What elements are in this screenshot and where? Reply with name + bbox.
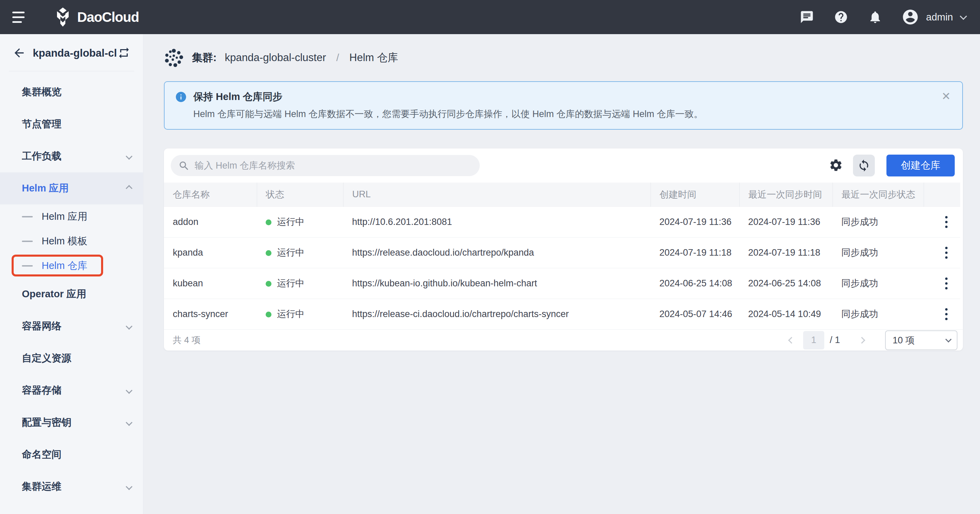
sidebar-item-operator-apps[interactable]: Operator 应用 (0, 278, 143, 310)
daocloud-logo-icon (54, 8, 72, 27)
sidebar-cluster-name: kpanda-global-cl... (33, 47, 117, 59)
user-menu[interactable]: admin (902, 8, 965, 26)
table-row: kpanda 运行中 https://release.daocloud.io/c… (164, 237, 960, 268)
sidebar-item-container-storage[interactable]: 容器存储 (0, 374, 143, 406)
sidebar-item-container-network[interactable]: 容器网络 (0, 310, 143, 342)
repo-last-sync-time: 2024-06-25 14:08 (739, 268, 832, 299)
messages-icon[interactable] (799, 9, 815, 25)
chevron-down-icon (126, 387, 132, 394)
status-dot-green (266, 312, 272, 317)
sidebar-item-namespaces[interactable]: 命名空间 (0, 439, 143, 471)
notifications-bell-icon[interactable] (867, 9, 883, 25)
topbar-actions: admin (799, 8, 965, 26)
row-actions-kebab-icon[interactable] (939, 304, 954, 324)
col-header-status: 状态 (257, 182, 343, 206)
sidebar-item-workloads[interactable]: 工作负载 (0, 140, 143, 172)
topbar: DaoCloud admin (0, 0, 980, 34)
banner-title: 保持 Helm 仓库同步 (193, 90, 282, 104)
table-row: kubean 运行中 https://kubean-io.github.io/k… (164, 268, 960, 299)
info-banner: 保持 Helm 仓库同步 Helm 仓库可能与远端 Helm 仓库数据不一致，您… (164, 81, 963, 130)
repo-last-sync-status: 同步成功 (832, 206, 924, 237)
repo-created: 2024-07-19 11:18 (651, 237, 739, 268)
table-toolbar: 创建仓库 (164, 149, 963, 182)
help-icon[interactable] (833, 9, 849, 25)
search-input[interactable] (171, 155, 480, 176)
sidebar-item-custom-resources[interactable]: 自定义资源 (0, 342, 143, 374)
row-actions-kebab-icon[interactable] (939, 212, 954, 232)
cluster-icon (164, 48, 184, 68)
col-header-name: 仓库名称 (164, 182, 257, 206)
menu-toggle-icon[interactable] (12, 10, 27, 24)
page-total: / 1 (830, 335, 840, 346)
sidebar-item-node-management[interactable]: 节点管理 (0, 108, 143, 140)
gear-icon[interactable] (826, 156, 845, 175)
repo-created: 2024-07-19 11:36 (651, 206, 739, 237)
switch-cluster-icon[interactable] (117, 46, 131, 61)
repo-status: 运行中 (257, 206, 343, 237)
avatar (902, 8, 919, 26)
breadcrumb: 集群: kpanda-global-cluster / Helm 仓库 (164, 34, 963, 81)
repo-url: https://kubean-io.github.io/kubean-helm-… (343, 268, 651, 299)
table-header-row: 仓库名称 状态 URL 创建时间 最近一次同步时间 最近一次同步状态 (164, 182, 960, 206)
repo-last-sync-status: 同步成功 (832, 237, 924, 268)
repo-created: 2024-05-07 14:46 (651, 299, 739, 329)
repo-name: kubean (164, 268, 257, 299)
chevron-down-icon (945, 336, 951, 342)
repo-status: 运行中 (257, 237, 343, 268)
prev-page-icon[interactable] (785, 333, 798, 347)
repo-table-card: 创建仓库 仓库名称 状态 URL 创建时间 最近一次同步时间 最近一次同步状态 (164, 149, 963, 351)
col-header-actions (924, 182, 960, 206)
table-row: addon 运行中 http://10.6.201.201:8081 2024-… (164, 206, 960, 237)
refresh-icon[interactable] (853, 155, 875, 176)
repo-status: 运行中 (257, 268, 343, 299)
next-page-icon[interactable] (855, 333, 869, 347)
row-actions-kebab-icon[interactable] (939, 242, 954, 263)
back-arrow-icon[interactable] (12, 46, 26, 61)
breadcrumb-current: Helm 仓库 (349, 51, 398, 65)
chevron-up-icon (126, 185, 132, 192)
user-name: admin (926, 12, 953, 23)
sidebar-subitem-helm-repos[interactable]: Helm 仓库 (0, 254, 143, 278)
status-dot-green (266, 281, 272, 287)
page-number-input[interactable]: 1 (803, 331, 824, 349)
status-dot-green (266, 250, 272, 256)
chevron-down-icon (960, 13, 967, 20)
page-size-select[interactable]: 10 项 (885, 330, 958, 350)
pagination: 1 / 1 10 项 (785, 330, 958, 350)
breadcrumb-cluster[interactable]: kpanda-global-cluster (225, 52, 326, 64)
table-footer: 共 4 项 1 / 1 10 项 (164, 329, 963, 351)
col-header-last-sync-time: 最近一次同步时间 (739, 182, 832, 206)
brand-name: DaoCloud (77, 10, 139, 25)
search-box (171, 155, 480, 176)
total-count: 共 4 项 (173, 334, 200, 346)
col-header-url: URL (343, 182, 651, 206)
col-header-created: 创建时间 (651, 182, 739, 206)
dash-icon (22, 216, 33, 217)
repo-url: http://10.6.201.201:8081 (343, 206, 651, 237)
chevron-down-icon (126, 323, 132, 330)
chevron-down-icon (126, 483, 132, 490)
banner-description: Helm 仓库可能与远端 Helm 仓库数据不一致，您需要手动执行同步仓库操作，… (193, 108, 935, 120)
sidebar-item-config-secrets[interactable]: 配置与密钥 (0, 406, 143, 439)
repo-status: 运行中 (257, 299, 343, 329)
repo-url: https://release-ci.daocloud.io/chartrepo… (343, 299, 651, 329)
sidebar-item-cluster-overview[interactable]: 集群概览 (0, 76, 143, 108)
sidebar-subitem-helm-apps[interactable]: Helm 应用 (0, 205, 143, 229)
brand[interactable]: DaoCloud (54, 8, 139, 27)
main-content: 集群: kpanda-global-cluster / Helm 仓库 保持 H… (143, 34, 980, 514)
repo-last-sync-status: 同步成功 (832, 299, 924, 329)
repo-last-sync-time: 2024-05-14 10:49 (739, 299, 832, 329)
dash-icon (22, 265, 33, 267)
row-actions-kebab-icon[interactable] (939, 273, 954, 293)
dash-icon (22, 241, 33, 242)
close-icon[interactable]: ✕ (942, 91, 951, 102)
create-repo-button[interactable]: 创建仓库 (886, 155, 955, 176)
info-icon (175, 91, 187, 103)
repo-url: https://release.daocloud.io/chartrepo/kp… (343, 237, 651, 268)
breadcrumb-separator: / (336, 52, 339, 63)
search-icon (178, 160, 190, 172)
sidebar-subitem-helm-templates[interactable]: Helm 模板 (0, 229, 143, 254)
repo-table: 仓库名称 状态 URL 创建时间 最近一次同步时间 最近一次同步状态 addon… (164, 182, 960, 329)
sidebar-item-cluster-ops[interactable]: 集群运维 (0, 471, 143, 503)
sidebar-item-helm-apps[interactable]: Helm 应用 (0, 172, 143, 205)
